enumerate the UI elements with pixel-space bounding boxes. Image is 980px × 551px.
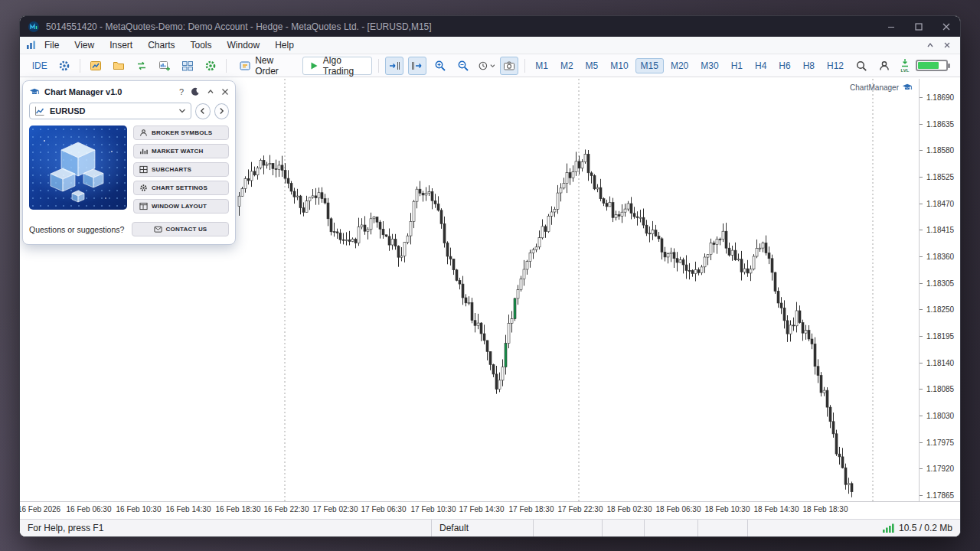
timeframe-h1[interactable]: H1 [726, 58, 748, 73]
candle [419, 189, 421, 193]
titlebar[interactable]: 5014551420 - MetaQuotes-Demo: Demo Accou… [20, 16, 960, 37]
status-profile[interactable]: Default [431, 520, 533, 536]
timeframe-m20[interactable]: M20 [665, 58, 694, 73]
time-axis[interactable]: 16 Feb 202616 Feb 06:3016 Feb 10:3016 Fe… [20, 501, 960, 519]
ide-button[interactable]: IDE [28, 57, 51, 75]
candle [302, 208, 305, 213]
candle [844, 468, 847, 484]
menu-window[interactable]: Window [220, 37, 268, 54]
battery-nub [948, 64, 950, 68]
timeframe-h12[interactable]: H12 [822, 58, 849, 73]
minimize-button[interactable] [877, 16, 905, 37]
new-chart-icon[interactable] [87, 57, 105, 75]
lvl-indicator[interactable]: LVL [900, 58, 910, 73]
timeframe-m15[interactable]: M15 [635, 58, 664, 73]
chart-manager-actions: BROKER SYMBOLS MARKET WATCH SUBCHARTS CH… [133, 126, 229, 214]
timeframe-m10[interactable]: M10 [605, 58, 633, 73]
menu-charts[interactable]: Charts [140, 37, 182, 54]
close-button[interactable] [933, 16, 960, 37]
auto-scroll-icon[interactable] [385, 57, 403, 75]
zoom-in-icon[interactable] [431, 57, 449, 75]
expert-settings-icon[interactable] [201, 57, 220, 75]
timeframe-h8[interactable]: H8 [798, 58, 820, 73]
screenshot-camera-icon[interactable] [500, 57, 518, 75]
battery-indicator [916, 60, 948, 71]
menubar-close-icon[interactable] [940, 38, 954, 52]
menu-insert[interactable]: Insert [102, 37, 140, 54]
dark-mode-moon-icon[interactable] [191, 87, 200, 96]
menu-file[interactable]: File [37, 37, 67, 54]
collapse-chevron-icon[interactable] [207, 88, 214, 96]
candle [722, 231, 724, 240]
candle [627, 204, 629, 209]
cycle-charts-icon[interactable] [132, 57, 151, 75]
settings-gear-icon[interactable] [55, 57, 74, 75]
next-symbol-button[interactable] [214, 103, 230, 119]
candle [434, 201, 436, 204]
candle [290, 184, 292, 192]
prev-symbol-button[interactable] [195, 103, 211, 119]
market-watch-label: MARKET WATCH [152, 148, 204, 155]
bar-chart-icon [139, 147, 148, 155]
timeframe-h6[interactable]: H6 [773, 58, 795, 73]
chartmanager-watermark: ChartManager [850, 82, 913, 93]
candle [296, 196, 299, 197]
candle [526, 262, 528, 269]
price-axis-label: 1.18635 [920, 120, 954, 129]
subcharts-button[interactable]: SUBCHARTS [133, 162, 229, 177]
candle [253, 171, 256, 175]
menu-view[interactable]: View [67, 37, 102, 54]
candle [312, 196, 314, 197]
help-icon[interactable]: ? [179, 87, 184, 96]
market-watch-button[interactable]: MARKET WATCH [133, 144, 229, 158]
search-icon[interactable] [852, 57, 871, 75]
window-layout-button[interactable]: WINDOW LAYOUT [133, 199, 229, 214]
chart-settings-button[interactable]: CHART SETTINGS [133, 181, 229, 195]
candle [266, 165, 268, 165]
time-axis-label: 18 Feb 18:30 [803, 505, 848, 514]
status-cell [747, 520, 796, 536]
chart-shift-icon[interactable] [408, 57, 426, 75]
time-axis-label: 16 Feb 10:30 [116, 505, 162, 514]
chart-area[interactable]: ChartManager 1.186901.186351.185801.1852… [20, 79, 960, 519]
period-clock-icon[interactable] [477, 57, 496, 75]
menu-help[interactable]: Help [267, 37, 302, 54]
candle [361, 225, 363, 227]
chart-plus-icon[interactable] [155, 57, 174, 75]
panel-close-icon[interactable] [221, 88, 229, 96]
new-order-button[interactable]: New Order [233, 57, 298, 75]
time-axis-label: 17 Feb 18:30 [509, 505, 554, 514]
algo-trading-button[interactable]: Algo Trading [302, 57, 372, 75]
menu-tools[interactable]: Tools [183, 37, 220, 54]
price-axis[interactable]: 1.186901.186351.185801.185251.184701.184… [919, 79, 960, 501]
timeframe-m5[interactable]: M5 [580, 58, 604, 73]
mt5-window: 5014551420 - MetaQuotes-Demo: Demo Accou… [19, 15, 961, 537]
candle [599, 187, 602, 199]
time-axis-label: 16 Feb 14:30 [166, 505, 211, 514]
time-axis-label: 17 Feb 22:30 [558, 505, 603, 514]
candle [642, 217, 645, 225]
candle [373, 217, 375, 219]
tile-windows-icon[interactable] [178, 57, 197, 75]
symbol-combobox[interactable]: EURUSD [29, 103, 191, 119]
broker-symbols-button[interactable]: BROKER SYMBOLS [133, 126, 229, 140]
profiles-folder-icon[interactable] [109, 57, 128, 75]
candle [416, 189, 418, 201]
maximize-button[interactable] [905, 16, 933, 37]
candle [606, 204, 608, 207]
toolbar-collapse-icon[interactable] [923, 38, 937, 52]
candle [379, 222, 381, 229]
timeframe-m30[interactable]: M30 [695, 58, 724, 73]
account-icon[interactable] [875, 57, 893, 75]
chart-manager-header[interactable]: Chart Manager v1.0 ? [29, 86, 229, 97]
timeframe-h4[interactable]: H4 [750, 58, 772, 73]
timeframe-m2[interactable]: M2 [555, 58, 579, 73]
new-order-label: New Order [255, 55, 292, 77]
candle [342, 240, 345, 240]
timeframe-m1[interactable]: M1 [530, 58, 554, 73]
candle [639, 217, 642, 218]
zoom-out-icon[interactable] [454, 57, 472, 75]
contact-us-button[interactable]: CONTACT US [132, 222, 229, 236]
window-title: 5014551420 - MetaQuotes-Demo: Demo Accou… [46, 21, 432, 32]
candle [547, 216, 550, 231]
